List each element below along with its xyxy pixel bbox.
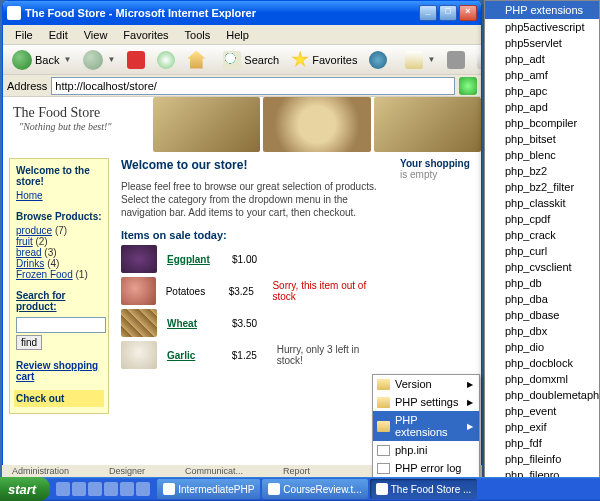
start-button[interactable]: start bbox=[0, 477, 50, 501]
extension-item[interactable]: php_cpdf bbox=[485, 211, 599, 227]
extension-item[interactable]: php_dbase bbox=[485, 307, 599, 323]
item-link[interactable]: Wheat bbox=[167, 318, 197, 329]
forward-icon bbox=[83, 50, 103, 70]
minimize-button[interactable]: _ bbox=[419, 5, 437, 21]
extension-item[interactable]: php_fileinfo bbox=[485, 451, 599, 467]
back-button[interactable]: Back▼ bbox=[7, 47, 76, 73]
close-button[interactable]: × bbox=[459, 5, 477, 21]
stop-button[interactable] bbox=[122, 48, 150, 72]
search-button[interactable]: Search bbox=[218, 48, 284, 72]
context-menu-item[interactable]: Version▶ bbox=[373, 375, 479, 393]
taskbar: start IntermediatePHPCourseReview.t...Th… bbox=[0, 477, 600, 501]
address-bar: Address bbox=[3, 75, 481, 97]
menu-tools[interactable]: Tools bbox=[177, 27, 219, 43]
edit-button[interactable]: ▼ bbox=[472, 48, 482, 72]
context-menu-item[interactable]: PHP error log bbox=[373, 459, 479, 477]
extension-item[interactable]: php_db bbox=[485, 275, 599, 291]
review-cart-link[interactable]: Review shopping cart bbox=[16, 360, 102, 382]
ql-icon[interactable] bbox=[104, 482, 118, 496]
category-link[interactable]: bread bbox=[16, 247, 42, 258]
context-menu-item[interactable]: PHP extensions▶ bbox=[373, 411, 479, 441]
taskbar-task[interactable]: IntermediatePHP bbox=[157, 479, 260, 499]
menu-view[interactable]: View bbox=[76, 27, 116, 43]
category-link[interactable]: fruit bbox=[16, 236, 33, 247]
extension-item[interactable]: php_adt bbox=[485, 51, 599, 67]
go-button[interactable] bbox=[459, 77, 477, 95]
context-menu: Version▶PHP settings▶PHP extensions▶php.… bbox=[372, 374, 480, 478]
extension-item[interactable]: php_domxml bbox=[485, 371, 599, 387]
mail-button[interactable]: ▼ bbox=[400, 48, 440, 72]
print-button[interactable] bbox=[442, 48, 470, 72]
home-icon bbox=[187, 51, 205, 69]
extension-item[interactable]: php5activescript bbox=[485, 19, 599, 35]
extension-item[interactable]: php_amf bbox=[485, 67, 599, 83]
search-input[interactable] bbox=[16, 317, 106, 333]
menubar: File Edit View Favorites Tools Help bbox=[3, 25, 481, 45]
home-button[interactable] bbox=[182, 48, 210, 72]
item-price: $1.00 bbox=[232, 254, 267, 265]
ql-icon[interactable] bbox=[72, 482, 86, 496]
extensions-header[interactable]: PHP extensions bbox=[485, 1, 599, 19]
extension-item[interactable]: php_event bbox=[485, 403, 599, 419]
maximize-button[interactable]: □ bbox=[439, 5, 457, 21]
extension-item[interactable]: php_dba bbox=[485, 291, 599, 307]
extension-item[interactable]: php_bitset bbox=[485, 131, 599, 147]
checkout-link[interactable]: Check out bbox=[16, 393, 102, 404]
item-image bbox=[121, 245, 157, 273]
category-link[interactable]: Frozen Food bbox=[16, 269, 73, 280]
extension-item[interactable]: php_crack bbox=[485, 227, 599, 243]
category-link[interactable]: produce bbox=[16, 225, 52, 236]
forward-button[interactable]: ▼ bbox=[78, 47, 120, 73]
sidebar: Welcome to the store! Home Browse Produc… bbox=[9, 158, 109, 414]
extension-item[interactable]: php_dio bbox=[485, 339, 599, 355]
ql-icon[interactable] bbox=[56, 482, 70, 496]
item-link[interactable]: Eggplant bbox=[167, 254, 210, 265]
extension-item[interactable]: php_blenc bbox=[485, 147, 599, 163]
item-image bbox=[121, 341, 157, 369]
extension-item[interactable]: php_apd bbox=[485, 99, 599, 115]
item-image bbox=[121, 309, 157, 337]
extension-item[interactable]: php_cvsclient bbox=[485, 259, 599, 275]
extension-item[interactable]: php_apc bbox=[485, 83, 599, 99]
menu-favorites[interactable]: Favorites bbox=[115, 27, 176, 43]
find-button[interactable]: find bbox=[16, 335, 42, 350]
banner: The Food Store "Nothing but the best!" bbox=[3, 97, 481, 152]
context-menu-item[interactable]: php.ini bbox=[373, 441, 479, 459]
media-button[interactable] bbox=[364, 48, 392, 72]
item-link[interactable]: Garlic bbox=[167, 350, 195, 361]
extension-item[interactable]: php_fdf bbox=[485, 435, 599, 451]
cart-empty: is empty bbox=[400, 169, 475, 180]
ql-icon[interactable] bbox=[88, 482, 102, 496]
task-icon bbox=[376, 483, 388, 495]
store-title: The Food Store bbox=[13, 105, 143, 121]
sidebar-home-link[interactable]: Home bbox=[16, 190, 102, 201]
file-icon bbox=[377, 445, 390, 456]
taskbar-task[interactable]: The Food Store ... bbox=[370, 479, 478, 499]
extension-item[interactable]: php_bz2_filter bbox=[485, 179, 599, 195]
extension-item[interactable]: php_bcompiler bbox=[485, 115, 599, 131]
extension-item[interactable]: php_doublemetaphone bbox=[485, 387, 599, 403]
refresh-button[interactable] bbox=[152, 48, 180, 72]
extension-item[interactable]: php_bz2 bbox=[485, 163, 599, 179]
taskbar-task[interactable]: CourseReview.t... bbox=[262, 479, 367, 499]
extension-item[interactable]: php_docblock bbox=[485, 355, 599, 371]
address-input[interactable] bbox=[51, 77, 455, 95]
extension-item[interactable]: php_dbx bbox=[485, 323, 599, 339]
ql-icon[interactable] bbox=[136, 482, 150, 496]
favorites-button[interactable]: Favorites bbox=[286, 48, 362, 72]
banner-images bbox=[153, 97, 481, 152]
extension-item[interactable]: php_exif bbox=[485, 419, 599, 435]
menu-file[interactable]: File bbox=[7, 27, 41, 43]
address-label: Address bbox=[7, 80, 47, 92]
titlebar[interactable]: The Food Store - Microsoft Internet Expl… bbox=[3, 1, 481, 25]
category-link[interactable]: Drinks bbox=[16, 258, 44, 269]
extension-item[interactable]: php5servlet bbox=[485, 35, 599, 51]
menu-edit[interactable]: Edit bbox=[41, 27, 76, 43]
sale-heading: Items on sale today: bbox=[121, 229, 388, 241]
ql-icon[interactable] bbox=[120, 482, 134, 496]
extension-item[interactable]: php_classkit bbox=[485, 195, 599, 211]
menu-help[interactable]: Help bbox=[218, 27, 257, 43]
extension-item[interactable]: php_curl bbox=[485, 243, 599, 259]
item-image bbox=[121, 277, 156, 305]
context-menu-item[interactable]: PHP settings▶ bbox=[373, 393, 479, 411]
